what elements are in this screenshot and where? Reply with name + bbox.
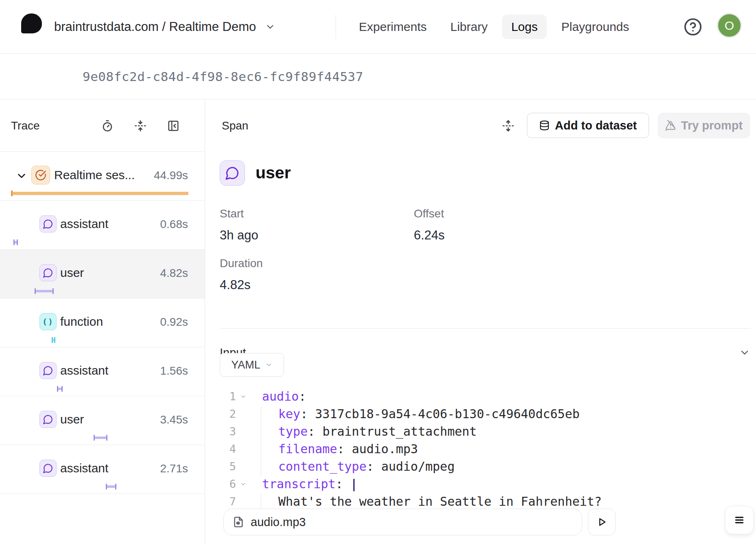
menu-button[interactable]: [725, 506, 754, 534]
chat-bubble-icon: [39, 362, 57, 379]
chevron-down-icon: [265, 22, 275, 32]
chat-bubble-icon: [39, 215, 57, 233]
line-number: 2: [205, 408, 236, 420]
nav-experiments[interactable]: Experiments: [350, 15, 436, 39]
span-label: function: [60, 315, 103, 329]
line-number: 5: [205, 460, 236, 473]
trace-row-assistant-3[interactable]: assistant 2.71s: [0, 445, 205, 494]
line-number: 7: [205, 495, 236, 508]
trace-panel-header: Trace: [0, 99, 205, 152]
chat-bubble-icon: [39, 460, 57, 477]
nav-divider: [336, 15, 336, 39]
play-icon: [596, 516, 608, 528]
span-label: assistant: [60, 364, 108, 377]
timer-icon[interactable]: [101, 120, 114, 132]
task-check-icon: [31, 166, 50, 184]
span-duration: 3.45s: [160, 413, 188, 426]
nav-items: Experiments Library Logs Playgrounds: [350, 0, 638, 54]
span-panel: Span Add to dataset Try prompt user Star…: [205, 99, 756, 544]
collapse-vertical-icon[interactable]: [134, 120, 146, 132]
offset-value: 6.24s: [414, 228, 445, 243]
span-duration: 44.99s: [154, 169, 188, 182]
yaml-code-block[interactable]: 1 audio: 2 key: 3317cb18-9a54-4c06-b130-…: [205, 388, 756, 510]
top-nav-bar: braintrustdata.com / Realtime Demo Exper…: [0, 0, 756, 54]
help-icon[interactable]: [684, 18, 702, 36]
timeline-bar: [11, 191, 188, 196]
span-panel-title: Span: [222, 99, 248, 152]
span-label: assistant: [60, 217, 108, 231]
span-duration: 1.56s: [160, 364, 188, 377]
trace-panel: Trace Realtime ses... 44.99s: [0, 99, 205, 544]
format-value: YAML: [231, 359, 260, 371]
nav-playgrounds[interactable]: Playgrounds: [553, 15, 638, 39]
span-label: user: [60, 412, 84, 426]
span-label: assistant: [60, 461, 108, 475]
span-duration: 4.82s: [160, 267, 188, 280]
chat-bubble-icon: [220, 160, 245, 186]
span-label: user: [60, 266, 84, 280]
nav-library[interactable]: Library: [441, 15, 497, 39]
expand-vertical-icon[interactable]: [502, 120, 514, 132]
nav-logs[interactable]: Logs: [502, 15, 546, 39]
app-window: braintrustdata.com / Realtime Demo Exper…: [0, 0, 756, 544]
avatar[interactable]: O: [717, 13, 742, 38]
timeline-bar: [52, 337, 55, 343]
line-number: 6: [205, 478, 236, 490]
span-title: user: [256, 163, 291, 182]
timeline-bar: [106, 484, 116, 489]
code-line: 7 What's the weather in Seattle in Fahre…: [205, 493, 756, 510]
braintrust-logo-icon[interactable]: [21, 13, 42, 33]
trace-row-user-selected[interactable]: user 4.82s: [0, 250, 205, 298]
span-label: Realtime ses...: [54, 168, 135, 182]
chevron-down-icon[interactable]: [15, 170, 28, 182]
add-to-dataset-button[interactable]: Add to dataset: [527, 113, 649, 138]
code-line: 2 key: 3317cb18-9a54-4c06-b130-c49640dc6…: [205, 405, 756, 423]
attachment-filename: audio.mp3: [251, 515, 306, 529]
fold-chevron-icon[interactable]: [238, 481, 248, 487]
timeline-bar: [94, 435, 107, 441]
trace-row-assistant-1[interactable]: assistant 0.68s: [0, 201, 205, 250]
play-button[interactable]: [588, 509, 616, 535]
panel-toggle-icon[interactable]: [167, 120, 179, 132]
start-label: Start: [220, 207, 244, 220]
start-value: 3h ago: [220, 228, 258, 243]
fold-chevron-icon[interactable]: [238, 393, 248, 400]
code-line: 6 transcript: |: [205, 475, 756, 493]
chat-bubble-icon: [39, 411, 57, 428]
chat-bubble-icon: [39, 264, 57, 281]
line-number: 3: [205, 425, 236, 438]
collapse-input-chevron-icon[interactable]: [739, 347, 750, 358]
code-line: 5 content_type: audio/mpeg: [205, 458, 756, 475]
code-line: 4 filename: audio.mp3: [205, 440, 756, 458]
trace-id[interactable]: 9e08fc2d-c84d-4f98-8ec6-fc9f89f44537: [83, 54, 363, 99]
hamburger-icon: [734, 515, 745, 525]
audio-file-icon: [233, 516, 244, 528]
breadcrumb[interactable]: braintrustdata.com / Realtime Demo: [54, 0, 275, 54]
add-to-dataset-label: Add to dataset: [555, 119, 637, 132]
code-line: 3 type: braintrust_attachment: [205, 423, 756, 440]
span-duration: 0.68s: [160, 218, 188, 231]
trace-row-assistant-2[interactable]: assistant 1.56s: [0, 347, 205, 396]
offset-label: Offset: [414, 207, 444, 220]
trace-id-bar: 9e08fc2d-c84d-4f98-8ec6-fc9f89f44537: [0, 54, 756, 99]
try-prompt-label: Try prompt: [681, 119, 743, 132]
function-icon: (): [39, 313, 57, 330]
breadcrumb-label: braintrustdata.com / Realtime Demo: [54, 20, 256, 34]
audio-attachment[interactable]: audio.mp3: [223, 509, 582, 535]
trace-panel-title: Trace: [11, 99, 40, 152]
duration-value: 4.82s: [220, 278, 251, 292]
line-number: 1: [205, 390, 236, 403]
try-prompt-button[interactable]: Try prompt: [658, 113, 750, 138]
trace-row-realtime-session[interactable]: Realtime ses... 44.99s: [0, 152, 205, 201]
format-select[interactable]: YAML: [220, 353, 284, 377]
warning-triangle-icon: [665, 120, 676, 131]
duration-label: Duration: [220, 257, 263, 270]
timeline-bar: [35, 288, 54, 294]
section-divider: [220, 328, 751, 329]
database-icon: [539, 120, 550, 131]
timeline-bar: [13, 239, 18, 245]
timeline-bar: [57, 386, 63, 392]
chevron-down-icon: [265, 361, 273, 369]
trace-row-user-2[interactable]: user 3.45s: [0, 396, 205, 445]
trace-row-function[interactable]: () function 0.92s: [0, 298, 205, 347]
